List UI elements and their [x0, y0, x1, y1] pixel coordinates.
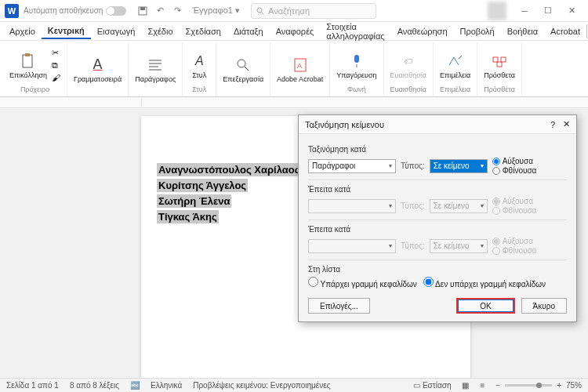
acrobat-icon[interactable]: A — [290, 55, 310, 75]
status-bar: Σελίδα 1 από 1 8 από 8 λέξεις 🔤 Ελληνικά… — [0, 378, 588, 392]
ok-button[interactable]: OK — [456, 298, 514, 314]
sort-type-2: Σε κείμενο▾ — [430, 199, 488, 213]
autosave-toggle[interactable] — [106, 6, 126, 16]
spell-check-icon[interactable]: 🔤 — [130, 381, 140, 390]
list-label: Στη λίστα — [308, 265, 567, 274]
sort-text-dialog: Ταξινόμηση κείμενου ? ✕ Ταξινόμηση κατά … — [298, 114, 577, 322]
text-line[interactable]: Σωτήρη Έλενα — [157, 194, 231, 208]
page-count[interactable]: Σελίδα 1 από 1 — [6, 381, 59, 390]
svg-point-2 — [257, 8, 262, 13]
then-by-label-2: Έπειτα κατά — [308, 225, 567, 234]
accessibility[interactable]: Προβλέψεις κειμένου: Ενεργοποιημένες — [193, 381, 330, 390]
svg-rect-18 — [501, 57, 506, 62]
svg-line-16 — [459, 56, 462, 59]
cut-icon[interactable]: ✂ — [52, 48, 60, 58]
sort-field-2[interactable]: ▾ — [308, 199, 396, 213]
zoom-value[interactable]: 75% — [566, 381, 582, 390]
tab-layout[interactable]: Διάταξη — [227, 24, 270, 38]
sort-field-3: ▾ — [308, 239, 396, 253]
sort3-desc: Φθίνουσα — [492, 246, 537, 255]
zoom-out[interactable]: − — [495, 381, 500, 390]
tab-mailings[interactable]: Στοιχεία αλληλογραφίας — [320, 20, 390, 43]
svg-rect-19 — [497, 62, 502, 67]
sort-by-label: Ταξινόμηση κατά — [308, 145, 567, 154]
dialog-close-button[interactable]: ✕ — [563, 119, 570, 129]
word-count[interactable]: 8 από 8 λέξεις — [70, 381, 119, 390]
menu-bar: Αρχείο Κεντρική Εισαγωγή Σχέδιο Σχεδίαση… — [0, 22, 588, 41]
editing-icon[interactable] — [233, 55, 253, 75]
svg-rect-17 — [493, 57, 498, 62]
sort2-asc: Αύξουσα — [492, 197, 537, 205]
tab-insert[interactable]: Εισαγωγή — [91, 24, 142, 38]
styles-icon[interactable]: A — [189, 51, 209, 71]
tab-view[interactable]: Προβολή — [454, 24, 501, 38]
paste-icon[interactable] — [18, 51, 38, 71]
options-button[interactable]: Επιλογές... — [308, 298, 370, 314]
document-title[interactable]: Έγγραφο1 ▾ — [192, 5, 240, 16]
horizontal-ruler[interactable] — [0, 97, 588, 108]
help-button[interactable]: ? — [550, 120, 555, 129]
view-web-icon[interactable]: ≡ — [480, 381, 485, 390]
sort-field-1[interactable]: Παράγραφοι▾ — [308, 159, 396, 173]
tab-acrobat[interactable]: Acrobat — [544, 24, 586, 38]
format-painter-icon[interactable]: 🖌 — [52, 73, 60, 82]
user-avatar[interactable] — [488, 2, 506, 20]
word-app-icon: W — [5, 4, 19, 18]
undo-icon[interactable]: ↶ — [154, 5, 166, 17]
tab-help[interactable]: Βοήθεια — [501, 24, 544, 38]
sort3-asc: Αύξουσα — [492, 237, 537, 245]
sort1-desc[interactable]: Φθίνουσα — [492, 166, 537, 175]
language[interactable]: Ελληνικά — [151, 381, 182, 390]
cancel-button[interactable]: Άκυρο — [521, 298, 567, 314]
sort1-asc[interactable]: Αύξουσα — [492, 157, 537, 165]
tab-design[interactable]: Σχεδίαση — [180, 24, 227, 38]
svg-rect-5 — [25, 53, 30, 56]
svg-rect-14 — [354, 55, 359, 63]
sensitivity-icon: 🏷 — [398, 51, 419, 71]
sort2-desc: Φθίνουσα — [492, 206, 537, 215]
tab-file[interactable]: Αρχείο — [3, 24, 42, 38]
svg-text:A: A — [297, 62, 302, 70]
maximize-button[interactable]: ☐ — [536, 0, 560, 22]
close-button[interactable]: ✕ — [560, 0, 583, 22]
text-line[interactable]: Τίγκας Άκης — [157, 210, 219, 223]
ribbon: Επικόλληση ✂ ⧉ 🖌 Πρόχειρο AΓραμματοσειρά… — [0, 41, 588, 97]
view-print-icon[interactable]: ▦ — [462, 381, 469, 390]
zoom-in[interactable]: + — [557, 381, 561, 390]
dialog-title: Ταξινόμηση κείμενου — [305, 120, 384, 129]
dictate-icon[interactable] — [347, 51, 367, 71]
svg-line-3 — [262, 12, 264, 14]
search-input[interactable]: Αναζήτηση — [251, 3, 376, 19]
tab-draw[interactable]: Σχέδιο — [141, 24, 179, 38]
svg-line-11 — [245, 67, 249, 71]
paragraph-icon[interactable] — [145, 55, 165, 75]
save-icon[interactable] — [136, 5, 149, 17]
autosave-label: Αυτόματη αποθήκευση — [24, 6, 103, 15]
editor-icon[interactable] — [445, 51, 466, 71]
then-by-label-1: Έπειτα κατά — [308, 185, 567, 194]
copy-icon[interactable]: ⧉ — [52, 60, 60, 71]
has-header-radio[interactable]: Υπάρχει γραμμή κεφαλίδων — [308, 277, 417, 289]
focus-mode[interactable]: ▭ Εστίαση — [413, 381, 451, 390]
redo-icon[interactable]: ↷ — [171, 5, 183, 17]
sort-type-3: Σε κείμενο▾ — [430, 239, 488, 253]
font-icon[interactable]: A — [88, 55, 108, 75]
no-header-radio[interactable]: Δεν υπάρχει γραμμή κεφαλίδων — [423, 277, 546, 289]
tab-references[interactable]: Αναφορές — [270, 24, 321, 38]
search-icon — [256, 7, 264, 15]
minimize-button[interactable]: ─ — [513, 0, 536, 22]
svg-point-10 — [238, 60, 245, 67]
tab-home[interactable]: Κεντρική — [42, 24, 91, 39]
addins-icon[interactable] — [489, 51, 510, 71]
svg-rect-1 — [140, 7, 145, 10]
tab-review[interactable]: Αναθεώρηση — [391, 24, 454, 38]
svg-rect-4 — [23, 55, 32, 67]
zoom-slider[interactable] — [505, 384, 552, 387]
text-line[interactable]: Κυρίτσης Άγγελος — [157, 179, 248, 192]
sort-type-1[interactable]: Σε κείμενο▾ — [430, 159, 488, 173]
text-line[interactable]: Αναγνωστόπουλος Χαρίλαος — [157, 163, 301, 176]
